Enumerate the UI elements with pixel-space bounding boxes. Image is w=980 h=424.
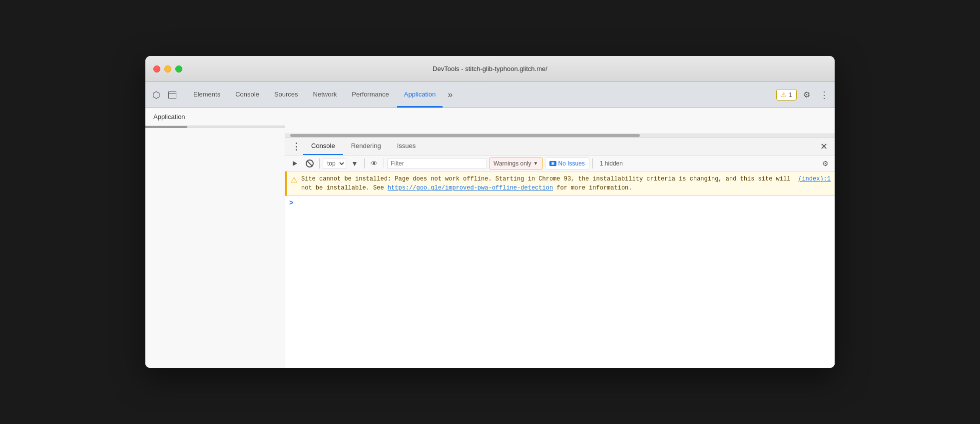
no-issues-button[interactable]: ▣ No Issues bbox=[545, 158, 589, 170]
sidebar-title: Application bbox=[145, 108, 285, 126]
close-icon: ✕ bbox=[820, 141, 828, 152]
hidden-count: 1 hidden bbox=[596, 160, 627, 167]
console-tab-issues[interactable]: Issues bbox=[389, 138, 424, 155]
tab-application[interactable]: Application bbox=[397, 82, 443, 108]
warning-badge[interactable]: ⚠ 1 bbox=[776, 89, 797, 100]
console-tab-rendering[interactable]: Rendering bbox=[343, 138, 389, 155]
console-input-row: > bbox=[285, 196, 835, 210]
warning-count: 1 bbox=[789, 92, 792, 98]
more-options-button[interactable]: ⋮ bbox=[817, 88, 831, 102]
console-toolbar: top ▼ 👁 Warnings only ▼ bbox=[285, 156, 835, 172]
filter-input[interactable] bbox=[387, 158, 487, 169]
close-button[interactable] bbox=[153, 66, 160, 72]
tab-console[interactable]: Console bbox=[228, 82, 266, 108]
console-close-button[interactable]: ✕ bbox=[817, 140, 831, 154]
tab-elements[interactable]: Elements bbox=[186, 82, 227, 108]
tab-performance[interactable]: Performance bbox=[345, 82, 396, 108]
cursor-icon-btn[interactable]: ⬡ bbox=[149, 88, 163, 102]
right-pane-header bbox=[285, 108, 835, 134]
vertical-dots-icon: ⋮ bbox=[820, 90, 828, 100]
no-issues-label: No Issues bbox=[558, 160, 585, 167]
eye-icon: 👁 bbox=[371, 160, 378, 168]
sidebar-progress-bar bbox=[145, 126, 285, 128]
right-pane-scrollbar[interactable] bbox=[285, 134, 835, 137]
toolbar-left: ⬡ bbox=[149, 82, 185, 108]
console-more-button[interactable]: ⋮ bbox=[289, 140, 303, 154]
console-header: ⋮ Console Rendering Issues ✕ bbox=[285, 138, 835, 156]
traffic-lights bbox=[153, 66, 182, 72]
gear-icon: ⚙ bbox=[803, 90, 810, 100]
tabs-bar-right: ⚠ 1 ⚙ ⋮ bbox=[776, 82, 831, 108]
context-dropdown-button[interactable]: ▼ bbox=[348, 157, 361, 170]
tab-more-button[interactable]: » bbox=[444, 82, 457, 108]
divider-3 bbox=[384, 158, 384, 168]
play-icon bbox=[293, 161, 297, 166]
main-area: Application ⋮ Console bbox=[145, 108, 835, 368]
warning-triangle-icon: ⚠ bbox=[291, 176, 297, 184]
window-title: DevTools - stitch-glib-typhoon.glitch.me… bbox=[433, 65, 547, 72]
warning-message-row: ⚠ Site cannot be installed: Page does no… bbox=[285, 172, 835, 196]
three-dots-icon: ⋮ bbox=[292, 141, 301, 152]
sidebar: Application bbox=[145, 108, 285, 368]
console-tab-console[interactable]: Console bbox=[303, 138, 343, 155]
tab-sources[interactable]: Sources bbox=[267, 82, 305, 108]
sidebar-progress-fill bbox=[145, 126, 187, 128]
context-selector[interactable]: top bbox=[323, 158, 346, 169]
console-content: ⚠ Site cannot be installed: Page does no… bbox=[285, 172, 835, 368]
gear-icon: ⚙ bbox=[822, 160, 829, 168]
divider-1 bbox=[319, 158, 320, 168]
warning-source-link[interactable]: (index):1 bbox=[798, 176, 831, 182]
tab-network[interactable]: Network bbox=[306, 82, 344, 108]
maximize-button[interactable] bbox=[175, 66, 182, 72]
settings-button[interactable]: ⚙ bbox=[800, 88, 814, 102]
right-pane: ⋮ Console Rendering Issues ✕ bbox=[285, 108, 835, 368]
divider-4 bbox=[592, 158, 593, 168]
no-errors-button[interactable] bbox=[303, 157, 316, 170]
window-icon-btn[interactable] bbox=[165, 88, 179, 102]
eye-icon-button[interactable]: 👁 bbox=[368, 157, 381, 170]
titlebar: DevTools - stitch-glib-typhoon.glitch.me… bbox=[145, 56, 835, 82]
console-panel: ⋮ Console Rendering Issues ✕ bbox=[285, 137, 835, 368]
warning-icon: ⚠ bbox=[781, 91, 787, 98]
chevron-down-icon: ▼ bbox=[351, 160, 358, 168]
console-prompt: > bbox=[289, 199, 293, 207]
minimize-button[interactable] bbox=[164, 66, 171, 72]
dropdown-arrow-icon: ▼ bbox=[533, 160, 538, 166]
ban-icon bbox=[306, 160, 314, 168]
tabs-bar: ⬡ Elements Console Sources Network Perfo… bbox=[145, 82, 835, 108]
scrollbar-thumb bbox=[290, 134, 640, 137]
console-settings-button[interactable]: ⚙ bbox=[819, 157, 832, 170]
divider-2 bbox=[364, 158, 365, 168]
clear-console-button[interactable] bbox=[288, 157, 301, 170]
warnings-only-label: Warnings only bbox=[493, 160, 531, 167]
window-icon bbox=[168, 92, 176, 98]
warning-link[interactable]: https://goo.gle/improved-pwa-offline-det… bbox=[388, 184, 553, 192]
warning-text: Site cannot be installed: Page does not … bbox=[301, 174, 794, 192]
issues-icon: ▣ bbox=[549, 161, 556, 166]
devtools-window: DevTools - stitch-glib-typhoon.glitch.me… bbox=[145, 56, 835, 368]
cursor-icon: ⬡ bbox=[152, 90, 160, 100]
warnings-only-dropdown[interactable]: Warnings only ▼ bbox=[489, 158, 543, 170]
console-input[interactable] bbox=[297, 200, 831, 206]
